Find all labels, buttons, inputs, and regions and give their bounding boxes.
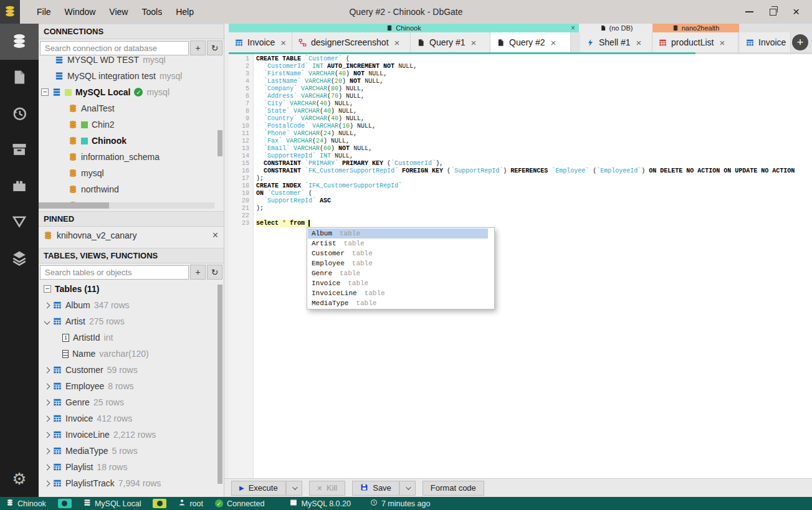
column-item[interactable]: Namevarchar(120) xyxy=(39,346,224,362)
menu-view[interactable]: View xyxy=(102,4,135,19)
autocomplete-item[interactable]: Albumtable xyxy=(308,229,488,238)
tables-search-input[interactable] xyxy=(40,265,189,280)
connection-color-chip[interactable] xyxy=(153,499,166,508)
connection-database-item[interactable]: information_schema xyxy=(39,149,224,165)
chevron-right-icon[interactable] xyxy=(44,448,50,454)
close-tab-icon[interactable]: × xyxy=(636,37,642,48)
connection-database-item[interactable]: Chinook xyxy=(39,133,224,149)
connection-database-item[interactable]: northwind xyxy=(39,181,224,197)
connection-database-item[interactable] xyxy=(39,197,224,202)
connection-item[interactable]: MYSQL WD TESTmysql xyxy=(39,57,224,68)
rail-item-history[interactable] xyxy=(0,96,39,132)
collapse-box-icon[interactable]: − xyxy=(41,88,49,96)
chevron-right-icon[interactable] xyxy=(44,415,50,422)
format-code-button[interactable]: Format code xyxy=(423,481,484,496)
tab-group-nodb[interactable]: (no DB) xyxy=(580,24,652,32)
rail-item-database[interactable] xyxy=(0,24,39,60)
close-tab-icon[interactable]: × xyxy=(471,37,477,48)
refresh-tables-button[interactable]: ↻ xyxy=(207,265,222,280)
close-group-icon[interactable]: × xyxy=(571,24,575,32)
chevron-right-icon[interactable] xyxy=(44,399,50,405)
tab-designerscreenshot[interactable]: designerScreenshot× xyxy=(292,32,411,52)
connection-item[interactable]: MySQL integration testmysql xyxy=(39,68,224,84)
table-item[interactable]: Customer59 rows xyxy=(39,362,224,378)
connection-database-item[interactable]: AnalTest xyxy=(39,100,224,116)
save-dropdown-button[interactable] xyxy=(399,481,416,496)
execute-button[interactable]: ▶ Execute xyxy=(231,481,286,496)
close-tab-icon[interactable]: × xyxy=(280,37,286,48)
tab-group-nano2health[interactable]: nano2health xyxy=(652,24,739,32)
table-item[interactable]: Album347 rows xyxy=(39,297,224,313)
column-item[interactable]: 1ArtistIdint xyxy=(39,329,224,346)
tab-shell1[interactable]: Shell #1× xyxy=(580,32,652,52)
connection-database-item[interactable]: mysql xyxy=(39,165,224,181)
pinned-item[interactable]: knihovna_v2_canary × xyxy=(39,227,224,244)
menu-tools[interactable]: Tools xyxy=(135,4,169,19)
tab-invoice[interactable]: Invoice xyxy=(740,32,791,52)
table-label: Genre xyxy=(65,397,90,407)
chevron-down-icon[interactable] xyxy=(44,318,50,324)
autocomplete-item[interactable]: Genretable xyxy=(308,268,488,278)
chevron-right-icon[interactable] xyxy=(44,367,50,373)
autocomplete-item[interactable]: InvoiceLinetable xyxy=(308,288,488,298)
execute-dropdown-button[interactable] xyxy=(286,481,302,496)
menu-help[interactable]: Help xyxy=(169,4,201,19)
autocomplete-item[interactable]: Employeetable xyxy=(308,258,488,268)
statusbar-connection[interactable]: MySQL Local xyxy=(84,499,141,508)
close-tab-icon[interactable]: × xyxy=(719,37,725,48)
connections-vscrollbar[interactable] xyxy=(217,130,222,156)
chevron-right-icon[interactable] xyxy=(44,464,50,470)
tables-root-item[interactable]: −Tables (11) xyxy=(39,281,224,297)
add-table-button[interactable]: + xyxy=(190,265,206,280)
close-tab-icon[interactable]: × xyxy=(394,37,400,48)
autocomplete-item[interactable]: Artisttable xyxy=(308,238,488,248)
rail-item-files[interactable] xyxy=(0,60,39,96)
table-item[interactable]: PlaylistTrack7,994 rows xyxy=(39,475,224,491)
table-item[interactable]: Employee8 rows xyxy=(39,378,224,394)
rail-item-layers[interactable] xyxy=(0,240,39,276)
connections-hscrollbar[interactable] xyxy=(39,202,214,209)
autocomplete-item[interactable]: MediaTypetable xyxy=(308,298,488,308)
close-icon[interactable]: × xyxy=(793,7,800,16)
restore-icon[interactable] xyxy=(770,9,776,16)
table-item[interactable]: Artist275 rows xyxy=(39,313,224,329)
connection-database-item[interactable]: Chin2 xyxy=(39,116,224,133)
autocomplete-item[interactable]: Customertable xyxy=(308,248,488,258)
autocomplete-item[interactable]: Invoicetable xyxy=(308,278,488,288)
add-connection-button[interactable]: + xyxy=(190,40,206,55)
refresh-connections-button[interactable]: ↻ xyxy=(207,40,222,55)
menu-window[interactable]: Window xyxy=(58,4,103,19)
connection-item[interactable]: −MySQL Local✓mysql xyxy=(39,84,224,100)
tab-query1[interactable]: Query #1× xyxy=(411,32,490,52)
minimize-icon[interactable] xyxy=(745,11,753,12)
chevron-right-icon[interactable] xyxy=(44,383,50,389)
sql-editor[interactable]: 1234567891011121314151617181920212223 CR… xyxy=(229,54,812,478)
statusbar-database[interactable]: Chinook xyxy=(6,499,46,508)
table-item[interactable]: MediaType5 rows xyxy=(39,443,224,459)
chevron-right-icon[interactable] xyxy=(44,302,50,308)
unpin-close-icon[interactable]: × xyxy=(213,230,218,241)
tab-group-chinook[interactable]: Chinook× xyxy=(229,24,579,32)
database-color-chip[interactable] xyxy=(58,499,72,508)
connections-search-input[interactable] xyxy=(40,41,189,55)
rail-item-settings[interactable]: ⚙ xyxy=(0,461,39,497)
rail-item-plugins[interactable] xyxy=(0,168,39,204)
save-button[interactable]: Save xyxy=(352,481,399,496)
tables-vscrollbar[interactable] xyxy=(217,285,222,484)
table-item[interactable]: InvoiceLine2,212 rows xyxy=(39,427,224,443)
menu-file[interactable]: File xyxy=(30,4,58,19)
new-tab-button[interactable]: + xyxy=(792,34,808,50)
tab-invoice[interactable]: Invoice× xyxy=(229,32,292,52)
collapse-box-icon[interactable]: − xyxy=(44,285,51,293)
kill-button[interactable]: × Kill xyxy=(309,481,346,496)
tab-query2[interactable]: Query #2× xyxy=(490,32,571,52)
table-item[interactable]: Genre25 rows xyxy=(39,394,224,410)
table-item[interactable]: Playlist18 rows xyxy=(39,459,224,475)
rail-item-filter[interactable] xyxy=(0,204,39,240)
tab-productlist[interactable]: productList× xyxy=(652,32,738,52)
chevron-right-icon[interactable] xyxy=(44,480,50,486)
table-item[interactable]: Invoice412 rows xyxy=(39,410,224,427)
chevron-right-icon[interactable] xyxy=(44,432,50,438)
rail-item-archive[interactable] xyxy=(0,132,39,168)
close-tab-icon[interactable]: × xyxy=(551,37,556,48)
